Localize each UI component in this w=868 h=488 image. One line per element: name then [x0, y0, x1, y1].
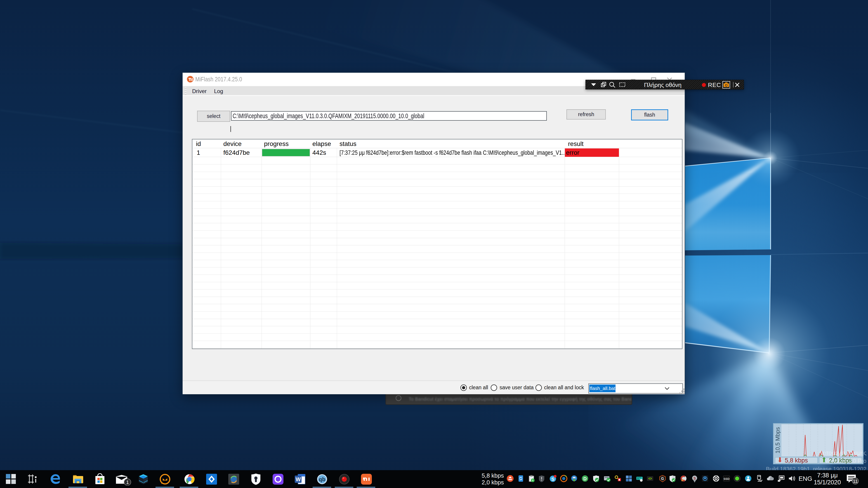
svg-text:SSD: SSD: [723, 477, 730, 481]
svg-text:11: 11: [853, 479, 858, 484]
svg-text:W: W: [296, 476, 301, 482]
svg-text:qb: qb: [319, 476, 325, 482]
svg-text:1: 1: [126, 480, 129, 485]
svg-text:D: D: [583, 476, 587, 481]
svg-text:S: S: [693, 477, 696, 480]
svg-text:G: G: [661, 477, 664, 481]
svg-text:S: S: [551, 477, 554, 482]
